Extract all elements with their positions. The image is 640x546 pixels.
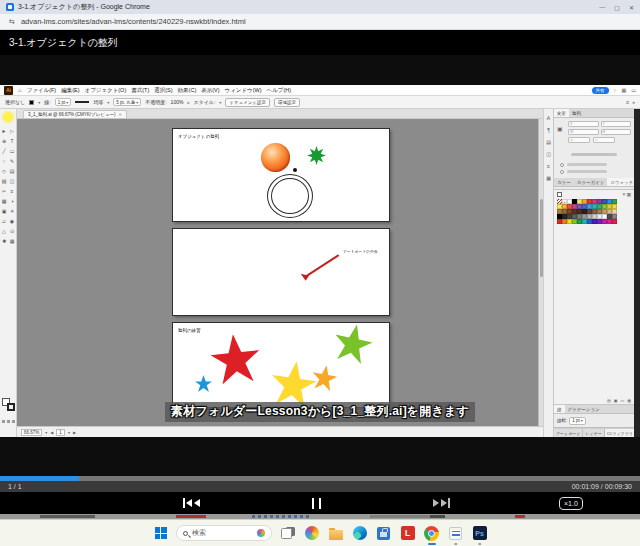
windows-taskbar: 検索 L Ps xyxy=(0,519,640,546)
tab-switch-icon[interactable]: ⇆ xyxy=(9,18,15,26)
red-arrow-line xyxy=(305,254,339,277)
transform-align-tabs: 変形整列 xyxy=(554,109,634,118)
star-orange xyxy=(310,363,339,392)
new-folder-icon: ▣ xyxy=(614,398,618,403)
store-icon xyxy=(377,527,390,540)
video-player[interactable]: Ai ⌂ ファイル(F)編集(E)オブジェクト(O)書式(T)選択(S)効果(C… xyxy=(0,55,640,476)
w-field: W xyxy=(568,129,599,135)
artboard2-annotation: アートボードの中央 xyxy=(343,250,378,254)
list-view-icon: ≡ xyxy=(623,192,626,197)
tool-icon-8: ◇ xyxy=(0,166,8,176)
ai-menu-1: 編集(E) xyxy=(61,87,79,94)
tool-icon-16: ▣ xyxy=(0,206,8,216)
lms-app-button[interactable]: L xyxy=(399,524,416,542)
ptabs-tab-0: 変形 xyxy=(554,109,569,117)
panel-info-text xyxy=(571,153,617,156)
document-setup-button: ドキュメント設定 xyxy=(225,98,270,107)
ai-menu-8: ヘルプ(H) xyxy=(267,87,292,94)
copilot-button[interactable] xyxy=(303,524,320,542)
radio-icon xyxy=(560,170,564,174)
rotate-field: ∠ xyxy=(568,137,590,143)
opacity-value: 100% xyxy=(171,99,184,105)
tool-icon-20: △ xyxy=(0,226,8,236)
pause-button[interactable] xyxy=(310,492,323,514)
panel-strip-icon-4: ≡ xyxy=(547,164,550,169)
menu-icon: ≡ xyxy=(626,99,629,105)
home-icon: ⌂ xyxy=(18,87,22,93)
tool-icon-7: ✎ xyxy=(8,156,16,166)
desktop-edge xyxy=(634,109,640,437)
task-view-button[interactable] xyxy=(279,524,296,542)
artboard1-label: オブジェクトの整列 xyxy=(178,133,219,138)
zoom-level: 66.67% xyxy=(21,429,42,436)
next-artboard-icon: ▶ xyxy=(73,430,76,435)
ai-toolbar: ►▷⊕T╱▭○✎◇▤▧◫✂≡▩◑▣✳▱◉△⊙✱▦ xyxy=(0,109,17,437)
previous-button[interactable] xyxy=(183,492,200,514)
browser-urlbar: ⇆ advan-lms.com/sites/advan-lms/contents… xyxy=(0,14,640,30)
tool-icon-11: ◫ xyxy=(8,176,16,186)
transform-section: ▣ X Y W H xyxy=(554,118,634,137)
ai-canvas: オブジェクトの整列 アートボードの中央 整列の練習 xyxy=(17,119,543,426)
tool-icon-4: ╱ xyxy=(0,146,8,156)
ai-menu-0: ファイル(F) xyxy=(27,87,57,94)
speed-button[interactable]: ×1.0 xyxy=(559,497,583,510)
draw-mode-icons xyxy=(2,420,15,423)
minimize-icon[interactable]: — xyxy=(599,4,605,11)
new-swatch-icon: ▭ xyxy=(620,398,624,403)
ai-menu-3: 書式(T) xyxy=(131,87,149,94)
artboard-1: オブジェクトの整列 xyxy=(172,128,390,222)
lesson-header: 3-1.オブジェクトの整列 xyxy=(0,30,640,55)
copilot-icon xyxy=(305,526,319,540)
tool-icon-3: T xyxy=(8,136,16,146)
ai-menu-items: ファイル(F)編集(E)オブジェクト(O)書式(T)選択(S)効果(C)表示(V… xyxy=(27,87,292,94)
bottom-tab-1: レイヤー xyxy=(583,429,604,437)
tool-icon-10: ▧ xyxy=(0,176,8,186)
brush-field: 5 pt. 丸筆▾ xyxy=(113,98,141,106)
artboard-2: アートボードの中央 xyxy=(172,228,390,316)
edge-button[interactable] xyxy=(351,524,368,542)
close-icon[interactable]: ✕ xyxy=(629,4,634,11)
ctabs-tab-2: スウォッチ xyxy=(607,178,636,186)
tool-icon-1: ▷ xyxy=(8,126,16,136)
bottom-tab-0: アートボード xyxy=(554,429,583,437)
library-icon: ▤ xyxy=(607,398,611,403)
store-button[interactable] xyxy=(375,524,392,542)
document-app-button[interactable] xyxy=(447,524,464,542)
tool-icon-22: ✱ xyxy=(0,236,8,246)
maximize-icon[interactable]: ▢ xyxy=(614,4,620,11)
taskbar-search[interactable]: 検索 xyxy=(176,525,272,541)
swatch-59 xyxy=(612,219,617,224)
panel-strip-icon-1: ¶ xyxy=(547,128,550,133)
share-button: 共有 xyxy=(592,87,609,94)
arrange-icon: ▭ xyxy=(631,87,636,93)
stroke-line-icon xyxy=(75,101,89,103)
color-swatch-tabs: カラーカラーガイドスウォッチ xyxy=(554,178,634,187)
ai-statusbar: 66.67%▾ ◀ 1▾ ▶ xyxy=(17,426,543,437)
bg-segment xyxy=(370,515,430,518)
file-explorer-button[interactable] xyxy=(327,524,344,542)
video-subtitle: 素材フォルダーLesson3から[3_1_整列.ai]を開きます xyxy=(165,402,475,422)
next-button[interactable] xyxy=(433,492,450,514)
next-bar-icon xyxy=(448,498,450,508)
ai-menubar: Ai ⌂ ファイル(F)編集(E)オブジェクト(O)書式(T)選択(S)効果(C… xyxy=(0,85,640,96)
browser-favicon xyxy=(6,3,14,11)
address-url[interactable]: advan-lms.com/sites/advan-lms/contents/2… xyxy=(21,17,246,26)
chrome-button[interactable] xyxy=(423,524,440,542)
document-app-icon xyxy=(449,527,462,540)
panel-strip-icon-5: ▦ xyxy=(546,176,551,181)
illustrator-window: Ai ⌂ ファイル(F)編集(E)オブジェクト(O)書式(T)選択(S)効果(C… xyxy=(0,85,640,437)
artboard-nav: 1 xyxy=(56,429,65,436)
stroke-panel: 線グラデーション 線幅: 1 pt▾ xyxy=(554,404,634,427)
mini-fill-icon xyxy=(557,192,562,197)
start-button[interactable] xyxy=(152,524,169,542)
photoshop-button[interactable]: Ps xyxy=(471,524,488,542)
swatches-footer-icons: ▤ ▣ ▭ ▦ xyxy=(554,397,634,404)
screen: 3-1.オブジェクトの整列 - Google Chrome — ▢ ✕ ⇆ ad… xyxy=(0,0,640,546)
page-title: 3-1.オブジェクトの整列 xyxy=(9,36,118,50)
panel-strip-icon-3: ◫ xyxy=(546,152,551,157)
ai-workspace: ►▷⊕T╱▭○✎◇▤▧◫✂≡▩◑▣✳▱◉△⊙✱▦ 3_1_整列.ai @ 66.… xyxy=(0,109,640,437)
small-dot-shape xyxy=(293,168,297,172)
search-icon xyxy=(183,531,188,536)
stroke-width-stepper: 1 pt▾ xyxy=(569,417,586,425)
radio-icon xyxy=(560,163,564,167)
